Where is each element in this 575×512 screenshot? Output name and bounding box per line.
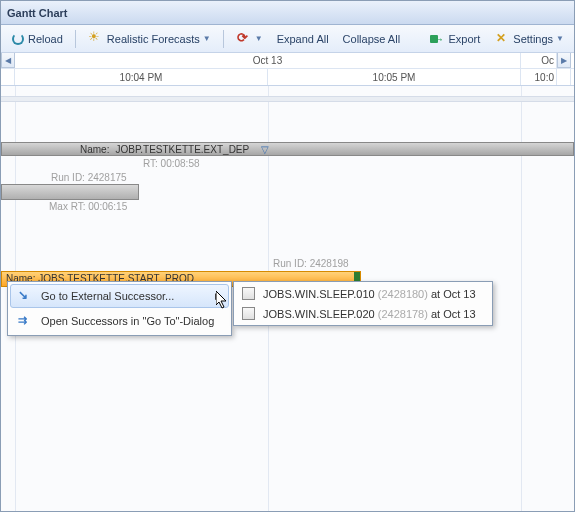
goto-icon — [17, 288, 33, 304]
settings-button[interactable]: Settings ▼ — [488, 28, 570, 50]
separator — [75, 30, 76, 48]
window-title: Gantt Chart — [7, 7, 68, 19]
expand-all-label: Expand All — [277, 33, 329, 45]
context-menu: Go to External Successor... ▶ Open Succe… — [7, 281, 232, 336]
open-dialog-icon — [17, 313, 33, 329]
forecast-icon — [88, 31, 104, 47]
submenu: JOBS.WIN.SLEEP.010 (2428180) at Oct 13 J… — [233, 281, 493, 326]
reload-label: Reload — [28, 33, 63, 45]
scroll-left-button[interactable]: ◀ — [1, 53, 15, 68]
time-cell: 10:04 PM — [15, 69, 268, 85]
time-cell: 10:05 PM — [268, 69, 521, 85]
date-cell: Oc — [521, 53, 557, 68]
job-name: JOBS.WIN.SLEEP.020 — [263, 308, 375, 320]
time-cell: 10:0 — [521, 69, 557, 85]
run-id-label: Run ID: 2428175 — [51, 172, 127, 183]
scroll-right-button[interactable]: ▶ — [557, 53, 571, 68]
checkbox-icon — [242, 287, 255, 300]
date-cell: Oct 13 — [15, 53, 521, 68]
chevron-down-icon: ▼ — [203, 34, 211, 43]
separator — [223, 30, 224, 48]
runtime-bar[interactable] — [1, 184, 139, 200]
export-button[interactable]: Export — [424, 28, 487, 50]
collapse-all-button[interactable]: Collapse All — [337, 30, 406, 48]
export-icon — [430, 31, 446, 47]
chevron-down-icon: ▼ — [255, 34, 263, 43]
submenu-item[interactable]: JOBS.WIN.SLEEP.010 (2428180) at Oct 13 — [236, 284, 490, 303]
submenu-arrow-icon: ▶ — [215, 291, 222, 301]
job-name: JOBP.TESTKETTE.EXT_DEP — [115, 144, 249, 155]
job-date: at Oct 13 — [431, 288, 476, 300]
row-gap — [1, 96, 574, 102]
run-id-label: Run ID: 2428198 — [273, 258, 349, 269]
menu-item-goto-external[interactable]: Go to External Successor... ▶ — [10, 284, 229, 308]
job-name: JOBS.WIN.SLEEP.010 — [263, 288, 375, 300]
settings-icon — [494, 31, 510, 47]
dropdown-marker-icon: ▽ — [261, 144, 269, 155]
menu-item-label: Open Successors in "Go To"-Dialog — [41, 315, 214, 327]
job-run-id: (2428178) — [378, 308, 428, 320]
expand-collapse-button[interactable]: ▼ — [230, 28, 269, 50]
reload-icon — [12, 33, 24, 45]
menu-item-label: Go to External Successor... — [41, 290, 174, 302]
max-rt-label: Max RT: 00:06:15 — [49, 201, 127, 212]
submenu-item[interactable]: JOBS.WIN.SLEEP.020 (2428178) at Oct 13 — [236, 304, 490, 323]
toolbar: Reload Realistic Forecasts ▼ ▼ Expand Al… — [1, 25, 574, 53]
export-label: Export — [449, 33, 481, 45]
window-title-bar: Gantt Chart — [1, 1, 574, 25]
collapse-all-label: Collapse All — [343, 33, 400, 45]
job-run-id: (2428180) — [378, 288, 428, 300]
gantt-chart-area[interactable]: Name: JOBP.TESTKETTE.EXT_DEP ▽ RT: 00:08… — [1, 86, 574, 511]
reload-button[interactable]: Reload — [5, 29, 69, 49]
forecasts-label: Realistic Forecasts — [107, 33, 200, 45]
forecasts-button[interactable]: Realistic Forecasts ▼ — [82, 28, 217, 50]
refresh-red-icon — [236, 31, 252, 47]
rt-label: RT: 00:08:58 — [143, 158, 200, 169]
chevron-down-icon: ▼ — [556, 34, 564, 43]
name-prefix: Name: — [80, 144, 109, 155]
menu-item-open-successors[interactable]: Open Successors in "Go To"-Dialog — [10, 309, 229, 333]
job-date: at Oct 13 — [431, 308, 476, 320]
job-name-bar[interactable]: Name: JOBP.TESTKETTE.EXT_DEP ▽ — [1, 142, 574, 156]
expand-all-button[interactable]: Expand All — [271, 30, 335, 48]
checkbox-icon — [242, 307, 255, 320]
timeline-header: ◀ Oct 13 Oc ▶ 10:04 PM 10:05 PM 10:0 — [1, 53, 574, 86]
settings-label: Settings — [513, 33, 553, 45]
